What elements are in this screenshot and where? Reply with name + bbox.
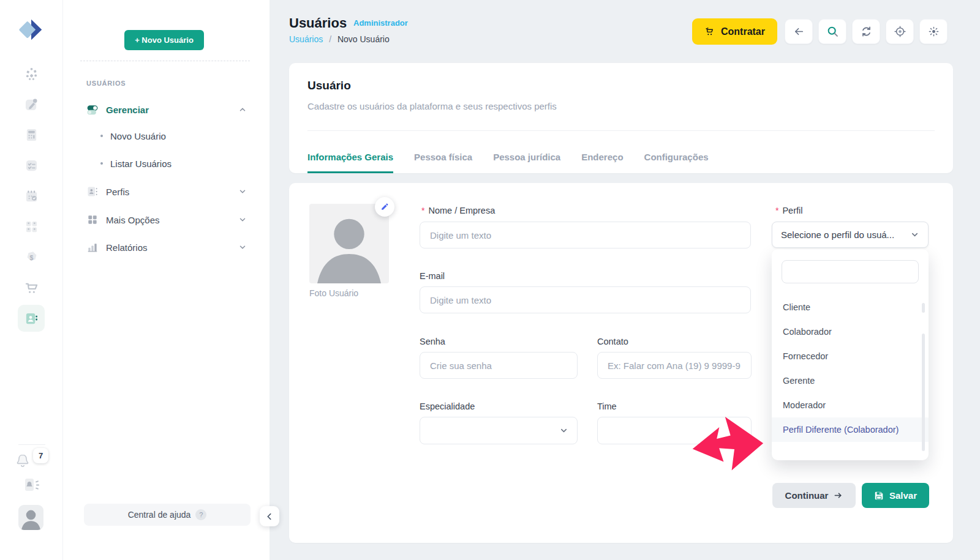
contacts-icon[interactable] bbox=[18, 305, 45, 332]
sidebar-item-label: Relatórios bbox=[106, 242, 148, 253]
continuar-button[interactable]: Continuar bbox=[772, 483, 856, 508]
refresh-button[interactable] bbox=[852, 19, 880, 44]
tab-pessoa-juridica[interactable]: Pessoa jurídica bbox=[493, 152, 560, 173]
notifications-button[interactable]: 7 bbox=[15, 452, 51, 472]
target-button[interactable] bbox=[886, 19, 914, 44]
back-button[interactable] bbox=[785, 19, 813, 44]
option-moderador[interactable]: Moderador bbox=[772, 393, 929, 417]
sidebar-item-label: Mais Opções bbox=[106, 215, 160, 225]
chevron-down-icon bbox=[910, 230, 919, 239]
card-title: Usuário bbox=[307, 79, 351, 92]
refresh-icon bbox=[861, 26, 872, 37]
main-content: Usuários Administrador Usuários / Novo U… bbox=[270, 0, 980, 560]
dashboard-icon[interactable] bbox=[18, 60, 45, 87]
option-administrador-partial[interactable]: Administrador bbox=[772, 287, 929, 295]
calculator-icon[interactable] bbox=[18, 121, 45, 148]
chevron-down-icon bbox=[238, 215, 247, 224]
sidebar-item-perfis[interactable]: Perfis bbox=[86, 184, 252, 200]
notification-badge: 7 bbox=[33, 448, 48, 463]
especialidade-select[interactable] bbox=[420, 417, 578, 444]
svg-text:$: $ bbox=[29, 253, 33, 261]
rail-divider bbox=[18, 444, 45, 445]
tab-informacoes-gerais[interactable]: Informações Gerais bbox=[307, 152, 393, 173]
tab-pessoa-fisica[interactable]: Pessoa física bbox=[414, 152, 472, 173]
sidebar-item-listar-usuarios[interactable]: Listar Usuários bbox=[100, 157, 247, 170]
new-user-button[interactable]: + Novo Usuário bbox=[124, 30, 204, 50]
option-gerente[interactable]: Gerente bbox=[772, 368, 929, 393]
sun-icon bbox=[928, 26, 940, 37]
sidebar-subitem-label: Listar Usuários bbox=[110, 159, 172, 169]
icon-rail: $ 7 bbox=[0, 0, 63, 560]
sidebar-item-mais-opcoes[interactable]: Mais Opções bbox=[86, 212, 252, 228]
chevron-down-icon bbox=[238, 243, 247, 252]
option-fornecedor[interactable]: Fornecedor bbox=[772, 344, 929, 368]
card-divider bbox=[307, 130, 935, 131]
cart-icon[interactable] bbox=[18, 274, 45, 301]
team-grid-icon[interactable] bbox=[18, 213, 45, 240]
page-title: Usuários bbox=[289, 15, 347, 31]
breadcrumb-root-link[interactable]: Usuários bbox=[289, 34, 323, 44]
nome-input[interactable] bbox=[420, 222, 751, 248]
edit-pencil-icon[interactable] bbox=[18, 91, 45, 118]
arrow-left-icon bbox=[793, 26, 805, 37]
breadcrumb-current: Novo Usuário bbox=[337, 34, 390, 44]
sidebar-subitem-label: Novo Usuário bbox=[110, 131, 166, 141]
help-center-button[interactable]: Central de ajuda ? bbox=[84, 504, 251, 526]
option-perfil-diferente[interactable]: Perfil Diferente (Colaborador) bbox=[772, 417, 929, 442]
user-avatar[interactable] bbox=[18, 505, 43, 530]
sidebar-item-gerenciar[interactable]: Gerenciar bbox=[86, 102, 252, 118]
tab-configuracoes[interactable]: Configurações bbox=[644, 152, 709, 173]
pencil-icon bbox=[380, 203, 389, 211]
option-colaborador[interactable]: Colaborador bbox=[772, 319, 929, 344]
announcement-icon[interactable] bbox=[22, 476, 40, 495]
continuar-label: Continuar bbox=[785, 490, 829, 501]
sidebar-item-label: Perfis bbox=[106, 187, 129, 197]
sidebar-item-novo-usuario[interactable]: Novo Usuário bbox=[100, 129, 247, 143]
edit-photo-button[interactable] bbox=[375, 197, 394, 217]
contratar-button[interactable]: Contratar bbox=[692, 18, 777, 45]
sidebar: + Novo Usuário USUÁRIOS Gerenciar Novo U… bbox=[64, 0, 270, 560]
contato-input[interactable] bbox=[597, 352, 752, 379]
breadcrumb-separator: / bbox=[329, 34, 331, 44]
arrow-right-icon bbox=[834, 491, 843, 500]
question-mark-icon: ? bbox=[195, 509, 206, 520]
dropdown-scrollbar[interactable] bbox=[922, 334, 925, 451]
search-icon bbox=[827, 26, 839, 37]
target-icon bbox=[894, 26, 906, 37]
chevron-down-icon bbox=[238, 187, 247, 196]
bullet-dot-icon bbox=[100, 135, 103, 137]
option-cliente[interactable]: Cliente bbox=[772, 295, 929, 319]
dropdown-option-list: Administrador Cliente Colaborador Fornec… bbox=[772, 287, 929, 460]
toggles-icon bbox=[86, 103, 99, 116]
sidebar-item-relatorios[interactable]: Relatórios bbox=[86, 239, 252, 255]
theme-toggle-button[interactable] bbox=[919, 19, 948, 44]
senha-input[interactable] bbox=[420, 352, 578, 379]
time-label: Time bbox=[597, 401, 617, 411]
contratar-label: Contratar bbox=[721, 26, 765, 37]
sidebar-divider bbox=[80, 61, 250, 61]
chevron-down-icon bbox=[559, 426, 568, 435]
tab-bar: Informações Gerais Pessoa física Pessoa … bbox=[307, 152, 709, 173]
calendar-check-icon[interactable] bbox=[18, 182, 45, 209]
contato-label: Contato bbox=[597, 337, 628, 346]
sidebar-item-label: Gerenciar bbox=[106, 105, 149, 115]
time-input[interactable] bbox=[597, 417, 752, 444]
email-input[interactable] bbox=[420, 286, 751, 313]
perfil-select-value: Selecione o perfil do usuá... bbox=[781, 230, 894, 240]
user-photo-placeholder[interactable] bbox=[309, 204, 389, 283]
salvar-button[interactable]: Salvar bbox=[862, 483, 929, 508]
required-marker: * bbox=[421, 206, 424, 215]
dropdown-scrollbar[interactable] bbox=[922, 303, 925, 313]
breadcrumb: Usuários / Novo Usuário bbox=[289, 34, 390, 44]
sidebar-collapse-button[interactable] bbox=[260, 506, 279, 526]
dropdown-search-input[interactable] bbox=[782, 260, 919, 283]
perfil-select[interactable]: Selecione o perfil do usuá... bbox=[772, 222, 929, 248]
perfil-label: *Perfil bbox=[775, 206, 803, 215]
checklist-icon[interactable] bbox=[18, 152, 45, 179]
brand-logo-icon[interactable] bbox=[17, 16, 45, 44]
tab-endereco[interactable]: Endereço bbox=[581, 152, 623, 173]
search-button[interactable] bbox=[818, 19, 846, 44]
finance-dollar-icon[interactable]: $ bbox=[18, 244, 45, 271]
perfil-dropdown: Administrador Cliente Colaborador Fornec… bbox=[772, 249, 929, 460]
grid-icon bbox=[86, 214, 99, 226]
